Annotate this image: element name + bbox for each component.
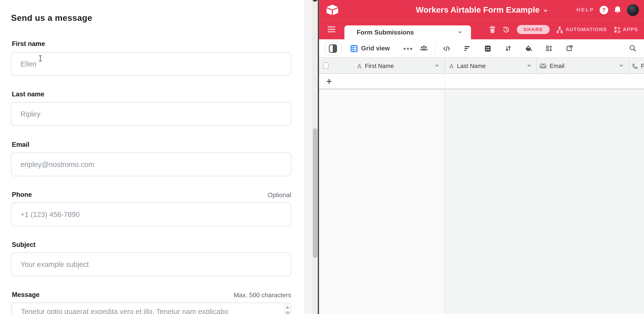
column-caret-icon[interactable] [527,65,531,67]
menu-hamburger-icon[interactable] [328,26,336,33]
airtable-topbar: Workers Airtable Form Example HELP ? [319,0,644,20]
scroll-up-arrow-icon[interactable] [286,306,289,308]
subject-label: Subject [12,241,36,248]
apps-button[interactable]: APPS [623,27,638,33]
trash-icon[interactable] [489,26,496,33]
sidebar-toggle-icon [329,44,337,53]
grid-view-icon[interactable] [350,45,358,52]
notifications-bell-icon[interactable] [614,6,622,14]
toolbar-divider [435,43,435,54]
grid-header-row: A First Name A Last Name Email [319,57,644,74]
airtable-tabbar: Form Submissions SHARE [319,20,644,39]
page-scrollbar-thumb[interactable] [312,128,317,258]
filter-icon[interactable] [464,46,470,52]
phone-label: Phone [12,191,32,198]
first-name-field[interactable] [11,52,291,76]
view-sidebar-toggle-button[interactable] [325,42,341,55]
email-field-type-icon [540,64,546,69]
email-field[interactable] [11,153,291,176]
last-name-label: Last name [12,91,44,98]
help-icon[interactable]: ? [600,6,608,14]
sort-icon[interactable] [505,45,512,52]
grid-body-primary-column [319,90,444,314]
group-icon[interactable] [484,45,491,52]
text-field-type-icon: A [449,63,454,70]
first-name-label: First name [12,40,45,48]
table-tab-label: Form Submissions [357,29,414,36]
base-title[interactable]: Workers Airtable Form Example [416,5,540,14]
message-field-text: Tenetur optio quaerat expedita vero et i… [21,307,279,314]
row-height-icon[interactable] [546,45,552,52]
base-title-caret-icon[interactable] [543,10,548,12]
add-record-row[interactable] [319,74,644,89]
column-caret-icon[interactable] [619,65,623,67]
message-label: Message [12,291,40,298]
contact-form-page: Send us a message First name Last name E… [0,0,304,314]
text-field-type-icon: A [357,63,362,70]
message-maxlength-hint: Max. 500 characters [234,291,291,299]
grid-body-column-divider [444,90,445,314]
page-gutter [304,0,312,314]
select-all-checkbox[interactable] [323,62,328,69]
scrollbar-top-arrow[interactable] [312,0,318,2]
column-header-phone[interactable]: Phone [632,58,644,74]
automations-button[interactable]: AUTOMATIONS [566,27,607,33]
column-header-last-name[interactable]: A Last Name [449,58,511,74]
add-record-plus-icon[interactable] [326,78,332,84]
column-header-email[interactable]: Email [540,58,605,74]
view-toolbar: Grid view [319,39,644,57]
phone-field-type-icon [632,63,638,69]
page-scrollbar[interactable] [312,0,318,314]
share-view-icon[interactable] [566,45,572,52]
email-label: Email [12,141,29,148]
window-divider [318,0,319,314]
apps-icon[interactable] [614,26,621,33]
code-embed-icon[interactable] [443,46,450,52]
airtable-window: Workers Airtable Form Example HELP ? For… [319,0,644,314]
user-avatar[interactable] [627,4,639,16]
column-header-first-name[interactable]: A First Name [357,58,437,74]
color-paint-icon[interactable] [525,45,532,52]
search-icon[interactable] [629,45,637,53]
column-caret-icon[interactable] [435,65,439,67]
view-name-button[interactable]: Grid view [361,45,390,52]
tab-caret-icon[interactable] [458,32,462,34]
text-cursor-icon [38,55,42,62]
tab-form-submissions[interactable]: Form Submissions [344,26,471,40]
help-button[interactable]: HELP [576,7,594,13]
phone-optional-hint: Optional [268,191,291,199]
view-options-ellipsis-icon[interactable] [404,48,412,50]
share-button[interactable]: SHARE [517,25,550,34]
collaborators-icon[interactable] [420,45,428,52]
message-scrollbar[interactable] [284,303,290,314]
message-field[interactable]: Tenetur optio quaerat expedita vero et i… [11,302,291,314]
history-icon[interactable] [502,26,510,34]
phone-field[interactable] [11,203,291,226]
subject-field[interactable] [11,252,291,276]
last-name-field[interactable] [11,102,291,126]
automations-icon[interactable] [556,26,564,33]
message-scrollbar-thumb[interactable] [286,311,290,314]
page-title: Send us a message [11,13,92,23]
